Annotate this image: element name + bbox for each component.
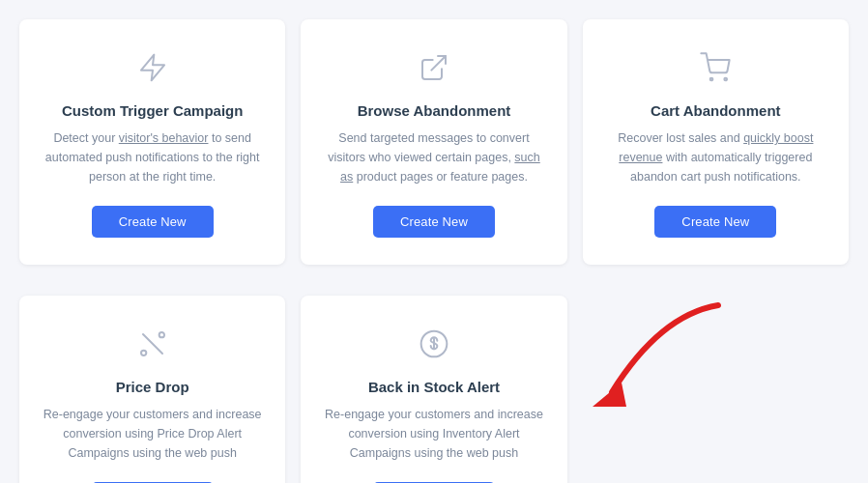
percent-icon [131, 323, 174, 365]
svg-line-0 [431, 56, 446, 71]
bolt-icon [131, 46, 174, 89]
create-new-button-browse-abandonment[interactable]: Create New [373, 206, 495, 238]
arrow-area [583, 296, 849, 483]
dollar-icon [413, 323, 455, 365]
svg-marker-8 [593, 383, 626, 407]
svg-point-4 [141, 351, 146, 355]
svg-point-3 [159, 332, 163, 337]
card-back-in-stock: Back in Stock Alert Re-engage your custo… [301, 296, 566, 483]
red-arrow-icon [564, 296, 757, 450]
card-desc-cart-abandonment: Recover lost sales and quickly boost rev… [606, 128, 825, 186]
card-desc-back-in-stock: Re-engage your customers and increase co… [324, 405, 543, 463]
external-link-icon [413, 46, 455, 89]
card-title-custom-trigger: Custom Trigger Campaign [62, 102, 244, 119]
cart-icon [694, 46, 737, 89]
svg-point-1 [710, 78, 713, 81]
cards-row1: Custom Trigger Campaign Detect your visi… [19, 19, 849, 280]
create-new-button-custom-trigger[interactable]: Create New [92, 206, 214, 238]
card-browse-abandonment: Browse Abandonment Send targeted message… [301, 19, 566, 265]
card-desc-browse-abandonment: Send targeted messages to convert visito… [324, 128, 543, 186]
card-custom-trigger: Custom Trigger Campaign Detect your visi… [19, 19, 285, 265]
card-desc-custom-trigger: Detect your visitor's behavior to send a… [43, 128, 262, 186]
card-cart-abandonment: Cart Abandonment Recover lost sales and … [583, 19, 849, 265]
card-price-drop: Price Drop Re-engage your customers and … [19, 296, 285, 483]
card-title-browse-abandonment: Browse Abandonment [358, 102, 511, 119]
cards-row2: Price Drop Re-engage your customers and … [19, 296, 849, 483]
svg-point-2 [725, 78, 728, 81]
card-title-back-in-stock: Back in Stock Alert [368, 379, 500, 395]
create-new-button-cart-abandonment[interactable]: Create New [654, 206, 776, 238]
card-desc-price-drop: Re-engage your customers and increase co… [43, 405, 262, 463]
card-title-cart-abandonment: Cart Abandonment [651, 102, 780, 119]
card-title-price-drop: Price Drop [116, 379, 189, 395]
